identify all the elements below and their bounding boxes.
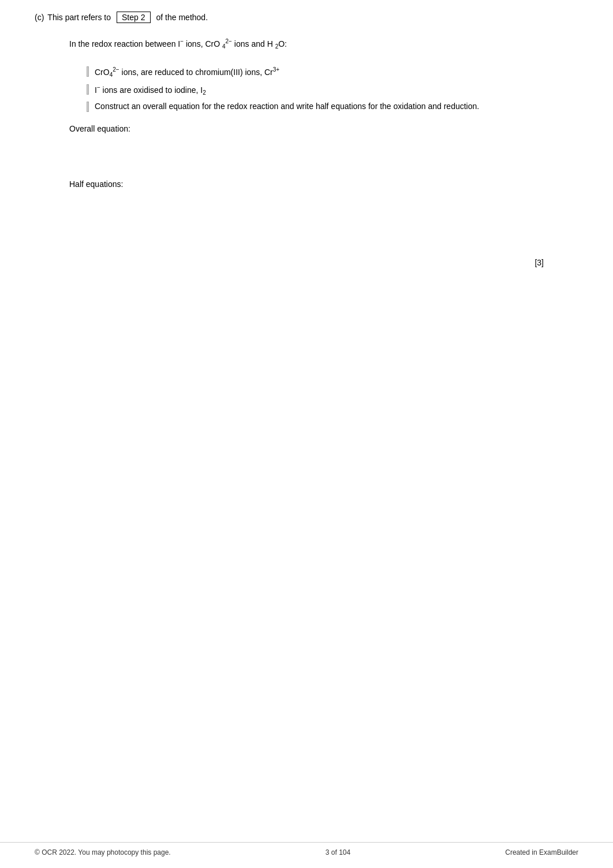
footer: © OCR 2022. You may photocopy this page.… — [0, 842, 613, 856]
bullet-bar-2 — [87, 84, 89, 95]
marks-badge: [3] — [534, 258, 544, 267]
cro-subscript: 4 — [222, 43, 226, 50]
bullet-bar-1 — [87, 66, 89, 77]
question-label: (c) — [35, 13, 44, 22]
bullet-item-2: I− ions are oxidised to iodine, I2 — [87, 83, 578, 97]
redox-middle: ions, CrO — [186, 39, 222, 48]
bullet-item-3: Construct an overall equation for the re… — [87, 100, 578, 113]
footer-copyright: © OCR 2022. You may photocopy this page. — [35, 848, 171, 856]
footer-page-info: 3 of 104 — [326, 848, 350, 856]
iodide-superscript: − — [180, 38, 184, 44]
footer-creator: Created in ExamBuilder — [505, 848, 578, 856]
bullet-bar-3 — [87, 102, 89, 112]
intro-part2: of the method. — [156, 13, 208, 22]
intro-text: In the redox reaction between I− ions, C… — [69, 37, 578, 51]
bullet-item-1: CrO42− ions, are reduced to chromium(III… — [87, 65, 578, 79]
redox-final: O: — [278, 39, 287, 48]
question-header: (c) This part refers to Step 2 of the me… — [35, 12, 578, 23]
bullet-text-1: CrO42− ions, are reduced to chromium(III… — [95, 65, 279, 79]
intro-part1: This part refers to — [47, 13, 111, 22]
marks-row: Half equations: [3] — [35, 179, 578, 189]
bullet-text-2: I− ions are oxidised to iodine, I2 — [95, 83, 206, 97]
redox-intro: In the redox reaction between I — [69, 39, 180, 48]
bullet-text-3: Construct an overall equation for the re… — [95, 100, 479, 113]
page-content: (c) This part refers to Step 2 of the me… — [0, 0, 613, 293]
cro-superscript: 2− — [226, 38, 232, 44]
overall-equation-label: Overall equation: — [69, 124, 578, 133]
bullet-section: CrO42− ions, are reduced to chromium(III… — [87, 65, 578, 113]
half-equations-label: Half equations: — [69, 179, 578, 189]
redox-end: ions and H — [234, 39, 275, 48]
step-box: Step 2 — [117, 12, 150, 23]
